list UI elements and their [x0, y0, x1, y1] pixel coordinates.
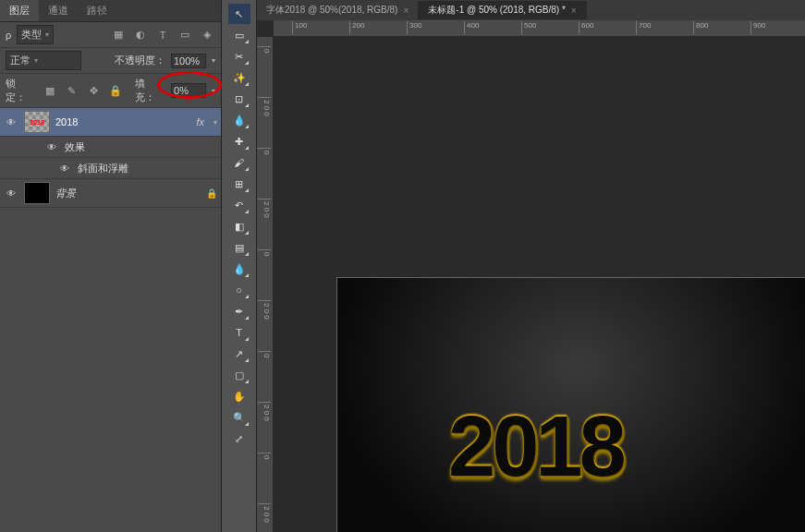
canvas-wrap: 02 0 002 0 002 0 002 0 002 0 0 2018 [257, 37, 805, 532]
crop-tool[interactable]: ⊡ [228, 89, 250, 109]
eyedropper-tool[interactable]: 💧 [228, 110, 250, 130]
doc-tab-1[interactable]: 字体2018 @ 50%(2018, RGB/8) × [257, 1, 419, 19]
layers-panel: 图层 通道 路径 ρ 类型 ▦ ◐ T ▭ ◈ 正常 不透明度： ▾ 锁定： ▩… [0, 0, 222, 532]
shape-tool[interactable]: ▢ [228, 365, 250, 385]
fx-badge[interactable]: fx [196, 116, 204, 127]
layer-name: 背景 [55, 187, 201, 200]
path-tool[interactable]: ↗ [228, 344, 250, 364]
type-tool[interactable]: T [228, 322, 250, 343]
layer-2018[interactable]: 👁 2018 2018 fx ▾ [0, 108, 221, 137]
layer-bevel[interactable]: 👁 斜面和浮雕 [0, 158, 221, 179]
kind-dropdown[interactable]: 类型 [17, 25, 54, 44]
lock-paint-icon[interactable]: ✎ [64, 82, 80, 99]
layer-name: 2018 [55, 116, 190, 127]
canvas-area: 字体2018 @ 50%(2018, RGB/8) × 未标题-1 @ 50% … [257, 0, 805, 532]
layer-thumb[interactable]: 2018 [24, 111, 50, 133]
canvas[interactable]: 2018 [274, 37, 805, 532]
filter-type-icon[interactable]: T [154, 27, 171, 43]
layer-background[interactable]: 👁 背景 🔒 [0, 179, 221, 208]
layer-effects[interactable]: 👁 效果 [0, 137, 221, 158]
dodge-tool[interactable]: ○ [228, 280, 250, 300]
lock-move-icon[interactable]: ✥ [86, 82, 103, 99]
brush-tool[interactable]: 🖌 [228, 152, 250, 173]
document-tabs: 字体2018 @ 50%(2018, RGB/8) × 未标题-1 @ 50% … [257, 0, 805, 20]
visibility-icon[interactable]: 👁 [4, 186, 18, 200]
filter-row: ρ 类型 ▦ ◐ T ▭ ◈ [0, 22, 221, 48]
opacity-dropdown-icon[interactable]: ▾ [212, 56, 215, 65]
lasso-tool[interactable]: ✂ [228, 46, 250, 66]
artboard: 2018 [336, 277, 805, 532]
swap-colors-tool[interactable]: ⤢ [228, 429, 250, 449]
move-tool[interactable]: ↖ [228, 4, 250, 24]
zoom-tool[interactable]: 🔍 [228, 407, 250, 428]
close-icon[interactable]: × [403, 6, 409, 16]
filter-adjust-icon[interactable]: ◐ [132, 27, 149, 43]
filter-pixel-icon[interactable]: ▦ [110, 27, 127, 43]
eraser-tool[interactable]: ◧ [228, 216, 250, 236]
lock-label: 锁定： [6, 77, 36, 104]
toolbar: ↖ ▭ ✂ ✨ ⊡ 💧 ✚ 🖌 ⊞ ↶ ◧ ▤ 💧 ○ ✒ T ↗ ▢ ✋ 🔍 … [222, 0, 257, 532]
filter-smart-icon[interactable]: ◈ [199, 27, 215, 43]
pen-tool[interactable]: ✒ [228, 301, 250, 321]
layer-thumb[interactable] [24, 182, 50, 204]
doc-tab-2[interactable]: 未标题-1 @ 50% (2018, RGB/8) * × [419, 1, 586, 19]
tab-paths[interactable]: 路径 [78, 0, 116, 21]
layer-list: 👁 2018 2018 fx ▾ 👁 效果 👁 斜面和浮雕 👁 背景 🔒 [0, 108, 221, 532]
doc-title: 未标题-1 @ 50% (2018, RGB/8) * [428, 4, 566, 17]
tab-channels[interactable]: 通道 [39, 0, 78, 21]
fill-label: 填充： [135, 77, 165, 104]
hand-tool[interactable]: ✋ [228, 386, 250, 406]
blur-tool[interactable]: 💧 [228, 259, 250, 279]
lock-icon: 🔒 [206, 188, 217, 199]
lock-trans-icon[interactable]: ▩ [42, 82, 58, 99]
fill-input[interactable] [171, 83, 206, 98]
effect-label: 效果 [65, 140, 217, 154]
lock-row: 锁定： ▩ ✎ ✥ 🔒 填充： ▾ [0, 74, 221, 108]
history-brush-tool[interactable]: ↶ [228, 195, 250, 215]
blend-dropdown[interactable]: 正常 [6, 51, 81, 70]
visibility-icon[interactable]: 👁 [4, 115, 18, 129]
wand-tool[interactable]: ✨ [228, 67, 250, 88]
marquee-tool[interactable]: ▭ [228, 25, 250, 45]
text-2018: 2018 [448, 398, 623, 495]
blend-row: 正常 不透明度： ▾ [0, 48, 221, 74]
bevel-label: 斜面和浮雕 [78, 162, 217, 175]
visibility-icon[interactable]: 👁 [44, 139, 59, 154]
close-icon[interactable]: × [571, 6, 577, 16]
heal-tool[interactable]: ✚ [228, 131, 250, 151]
stamp-tool[interactable]: ⊞ [228, 174, 250, 194]
ruler-vertical[interactable]: 02 0 002 0 002 0 002 0 002 0 0 [257, 37, 274, 532]
ruler-horizontal[interactable]: 100200300400500600700800900 [274, 20, 805, 37]
opacity-label: 不透明度： [115, 54, 165, 67]
panel-tabs: 图层 通道 路径 [0, 0, 221, 22]
visibility-icon[interactable]: 👁 [57, 161, 72, 175]
filter-shape-icon[interactable]: ▭ [177, 27, 193, 43]
gradient-tool[interactable]: ▤ [228, 237, 250, 258]
fx-toggle-icon[interactable]: ▾ [213, 118, 217, 127]
fill-dropdown-icon[interactable]: ▾ [212, 87, 215, 95]
tab-layers[interactable]: 图层 [0, 0, 39, 21]
doc-title: 字体2018 @ 50%(2018, RGB/8) [266, 4, 397, 17]
lock-all-icon[interactable]: 🔒 [107, 82, 124, 99]
opacity-input[interactable] [171, 54, 206, 68]
